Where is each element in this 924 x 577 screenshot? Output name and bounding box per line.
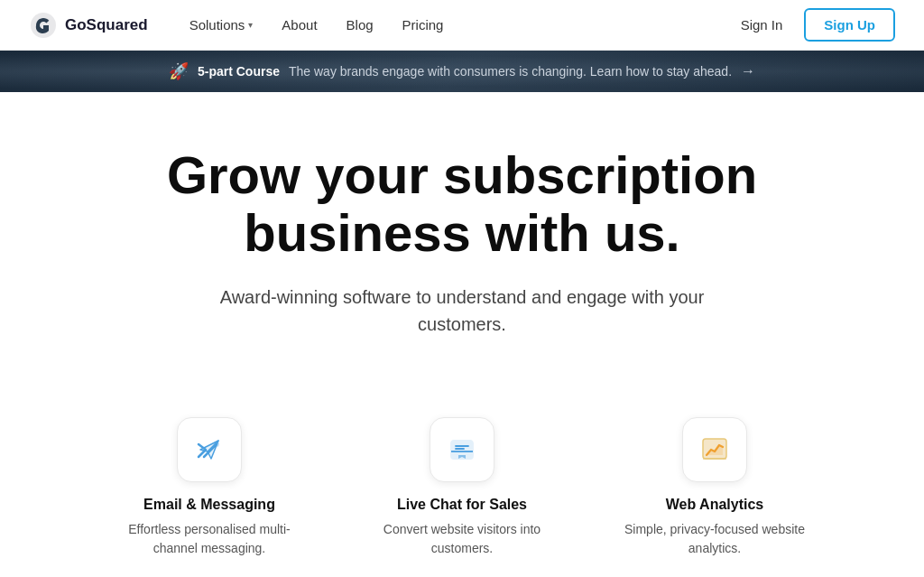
banner-content: 🚀 5-part Course The way brands engage wi… — [169, 61, 755, 81]
web-analytics-title: Web Analytics — [666, 497, 763, 513]
live-chat-icon-wrapper — [430, 417, 494, 482]
hero-subtitle: Award-winning software to understand and… — [191, 284, 733, 338]
feature-live-chat: Live Chat for Sales Convert website visi… — [363, 417, 561, 558]
live-chat-title: Live Chat for Sales — [397, 497, 527, 513]
nav-item-pricing[interactable]: Pricing — [390, 10, 457, 40]
live-chat-icon — [444, 432, 480, 468]
nav-item-about[interactable]: About — [269, 10, 329, 40]
email-messaging-title: Email & Messaging — [143, 497, 275, 513]
banner-arrow-icon: → — [741, 63, 755, 79]
email-messaging-desc: Effortless personalised multi-channel me… — [110, 520, 309, 558]
live-chat-desc: Convert website visitors into customers. — [363, 520, 561, 558]
sign-up-button[interactable]: Sign Up — [804, 8, 895, 42]
feature-web-analytics: Web Analytics Simple, privacy-focused we… — [615, 417, 814, 558]
navbar: GoSquared Solutions ▾ About Blog Pricing… — [0, 0, 924, 51]
logo-text: GoSquared — [65, 16, 148, 34]
nav-item-solutions[interactable]: Solutions ▾ — [177, 10, 266, 40]
banner-emoji: 🚀 — [169, 61, 189, 81]
nav-links: Solutions ▾ About Blog Pricing — [177, 10, 726, 40]
web-analytics-desc: Simple, privacy-focused website analytic… — [615, 520, 814, 558]
sign-in-button[interactable]: Sign In — [726, 10, 798, 40]
nav-actions: Sign In Sign Up — [726, 8, 895, 42]
features-section: Email & Messaging Effortless personalise… — [0, 417, 924, 577]
nav-item-blog[interactable]: Blog — [334, 10, 386, 40]
web-analytics-icon — [697, 432, 733, 468]
hero-title: Grow your subscription business with us. — [137, 146, 787, 262]
hero-section: Grow your subscription business with us.… — [0, 92, 924, 417]
chevron-down-icon: ▾ — [248, 20, 253, 30]
email-messaging-icon-wrapper — [177, 417, 242, 482]
feature-email-messaging: Email & Messaging Effortless personalise… — [110, 417, 309, 558]
web-analytics-icon-wrapper — [682, 417, 747, 482]
gosquared-logo-icon — [29, 11, 58, 40]
banner-text: The way brands engage with consumers is … — [289, 64, 732, 79]
logo-link[interactable]: GoSquared — [29, 11, 148, 40]
promo-banner[interactable]: 🚀 5-part Course The way brands engage wi… — [0, 51, 924, 92]
banner-label: 5-part Course — [198, 64, 280, 79]
email-messaging-icon — [191, 432, 227, 468]
